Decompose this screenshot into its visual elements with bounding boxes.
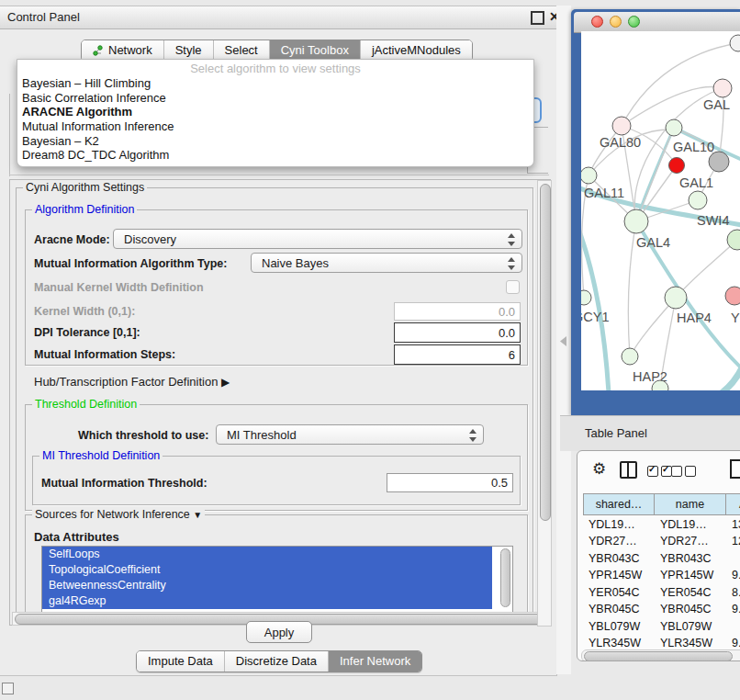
- tab-network[interactable]: Network: [82, 40, 163, 61]
- dropdown-item-bayesian-hill-climbing[interactable]: Bayesian – Hill Climbing: [17, 76, 533, 91]
- list-item-topologicalcoefficient[interactable]: TopologicalCoefficient: [42, 562, 492, 578]
- manual-kernel-width-checkbox[interactable]: [506, 280, 520, 294]
- network-node[interactable]: [730, 35, 740, 51]
- manual-kernel-width-label: Manual Kernel Width Definition: [34, 281, 204, 294]
- network-node-y[interactable]: [725, 287, 740, 305]
- mi-algorithm-type-value: Naive Bayes: [262, 256, 329, 270]
- network-icon: [93, 45, 104, 56]
- aracne-mode-combobox[interactable]: Discovery: [113, 229, 522, 249]
- mi-steps-field[interactable]: 6: [394, 344, 521, 365]
- network-node-gal10[interactable]: [666, 119, 682, 136]
- dropdown-item-dream8[interactable]: Dream8 DC_TDC Algorithm: [17, 148, 533, 163]
- splitter-collapse-icon[interactable]: [560, 336, 566, 346]
- threshold-definition-title: Threshold Definition: [32, 398, 140, 411]
- data-attributes-label: Data Attributes: [34, 530, 119, 544]
- mi-algorithm-type-label: Mutual Information Algorithm Type:: [34, 257, 227, 270]
- table-rows: YDL19…YDL19…13 YDR27…YDR27…12 YBR043CYBR…: [583, 515, 740, 649]
- hub-definition-toggle[interactable]: Hub/Transcription Factor Definition ▶: [34, 375, 230, 389]
- network-node-hap4[interactable]: [665, 287, 687, 309]
- network-edge[interactable]: [628, 221, 636, 356]
- aracne-mode-label: Aracne Mode:: [34, 233, 110, 246]
- network-node[interactable]: [689, 191, 707, 209]
- collapsed-panel-icon[interactable]: [2, 683, 14, 694]
- network-node-gcy1[interactable]: [581, 290, 591, 305]
- mi-threshold-group-title: MI Threshold Definition: [39, 449, 163, 462]
- tab-label: Infer Network: [340, 654, 410, 668]
- expanded-arrow-icon: ▼: [193, 510, 202, 520]
- which-threshold-value: MI Threshold: [227, 428, 297, 442]
- tab-discretize-data[interactable]: Discretize Data: [224, 651, 328, 672]
- data-attributes-list: SelfLoops TopologicalCoefficient Between…: [41, 546, 513, 613]
- tab-label: Discretize Data: [236, 654, 317, 668]
- mi-algorithm-type-combobox[interactable]: Naive Bayes: [251, 253, 522, 273]
- tab-label: Select: [225, 43, 258, 57]
- cyni-bottom-tabbar: Impute Data Discretize Data Infer Networ…: [136, 650, 422, 672]
- tab-cyni-toolbox[interactable]: Cyni Toolbox: [269, 40, 360, 61]
- network-node-gal11[interactable]: [581, 167, 597, 184]
- vertical-scrollbar-track[interactable]: [537, 180, 552, 627]
- kernel-width-field[interactable]: 0.0: [394, 302, 521, 321]
- table-horizontal-scrollbar[interactable]: [581, 649, 740, 661]
- network-node-gal80[interactable]: [612, 117, 631, 135]
- apply-button[interactable]: Apply: [246, 621, 312, 643]
- mi-threshold-field[interactable]: 0.5: [387, 473, 513, 492]
- network-graph: GALGAL80GAL10GAL1GAL11GAL4SWI4GCY1HAP4YH…: [581, 31, 740, 390]
- separator-line: [9, 175, 549, 175]
- tab-label: Network: [108, 43, 152, 57]
- sources-title-text: Sources for Network Inference: [35, 508, 190, 521]
- dropdown-item-mutual-information[interactable]: Mutual Information Inference: [17, 119, 533, 134]
- dpi-tolerance-label: DPI Tolerance [0,1]:: [34, 326, 140, 339]
- column-header-name[interactable]: name: [655, 493, 726, 515]
- tab-style[interactable]: Style: [163, 40, 213, 61]
- list-item-gal4rgexp[interactable]: gal4RGexp: [42, 593, 492, 609]
- tab-jactivemnodules[interactable]: jActiveMNodules: [360, 40, 472, 61]
- collapsed-arrow-icon: ▶: [221, 376, 230, 389]
- dpi-tolerance-field[interactable]: 0.0: [394, 322, 521, 343]
- control-panel: Control Panel ✕ Network Style Select Cyn…: [0, 6, 557, 676]
- network-edge[interactable]: [581, 226, 609, 390]
- aracne-mode-value: Discovery: [124, 232, 176, 246]
- list-item-betweennesscentrality[interactable]: BetweennessCentrality: [42, 578, 492, 593]
- node-label: GCY1: [581, 310, 610, 324]
- tab-infer-network[interactable]: Infer Network: [328, 651, 421, 672]
- column-header-shared-name[interactable]: shared…: [583, 493, 655, 515]
- which-threshold-combobox[interactable]: MI Threshold: [216, 424, 484, 445]
- window-close-button[interactable]: [591, 16, 603, 28]
- table-horizontal-scrollbar-thumb[interactable]: [584, 651, 733, 661]
- gear-icon[interactable]: ⚙: [592, 459, 606, 479]
- dropdown-item-aracne[interactable]: ARACNE Algorithm: [17, 105, 533, 119]
- columns-icon[interactable]: [620, 461, 637, 479]
- window-minimize-button[interactable]: [610, 16, 622, 28]
- vertical-scrollbar-thumb[interactable]: [540, 184, 551, 521]
- algorithm-definition-title: Algorithm Definition: [32, 203, 137, 216]
- network-node-hap2[interactable]: [622, 348, 638, 365]
- combo-arrows-icon: [508, 233, 515, 246]
- tab-label: jActiveMNodules: [372, 43, 461, 57]
- node-label: GAL11: [584, 186, 624, 200]
- list-vertical-scrollbar[interactable]: [500, 548, 510, 607]
- network-canvas[interactable]: GALGAL80GAL10GAL1GAL11GAL4SWI4GCY1HAP4YH…: [581, 31, 740, 390]
- column-header-partial[interactable]: A: [726, 493, 740, 515]
- select-all-icon[interactable]: [647, 464, 672, 480]
- float-panel-icon[interactable]: [531, 11, 544, 25]
- node-label: GAL10: [673, 140, 714, 154]
- network-node-gal1[interactable]: [669, 158, 685, 174]
- network-node-gal[interactable]: [713, 79, 732, 97]
- node-label: HAP4: [677, 310, 712, 325]
- node-label: SWI4: [697, 213, 729, 228]
- network-node-gal4[interactable]: [624, 209, 648, 233]
- panel-splitter[interactable]: [556, 6, 571, 674]
- network-node[interactable]: [709, 152, 729, 172]
- deselect-all-icon[interactable]: [671, 464, 696, 480]
- dropdown-item-bayesian-k2[interactable]: Bayesian – K2: [17, 134, 533, 149]
- hub-definition-label: Hub/Transcription Factor Definition: [34, 375, 218, 389]
- window-zoom-button[interactable]: [628, 16, 640, 28]
- dropdown-item-basic-correlation[interactable]: Basic Correlation Inference: [17, 91, 533, 106]
- export-table-icon[interactable]: [730, 459, 740, 479]
- sources-group-title[interactable]: Sources for Network Inference ▼: [32, 508, 205, 521]
- tab-impute-data[interactable]: Impute Data: [137, 651, 224, 672]
- mi-threshold-label: Mutual Information Threshold:: [41, 477, 207, 490]
- tab-select[interactable]: Select: [213, 40, 269, 61]
- network-window-titlebar[interactable]: [574, 12, 740, 33]
- list-item-selfloops[interactable]: SelfLoops: [42, 547, 492, 562]
